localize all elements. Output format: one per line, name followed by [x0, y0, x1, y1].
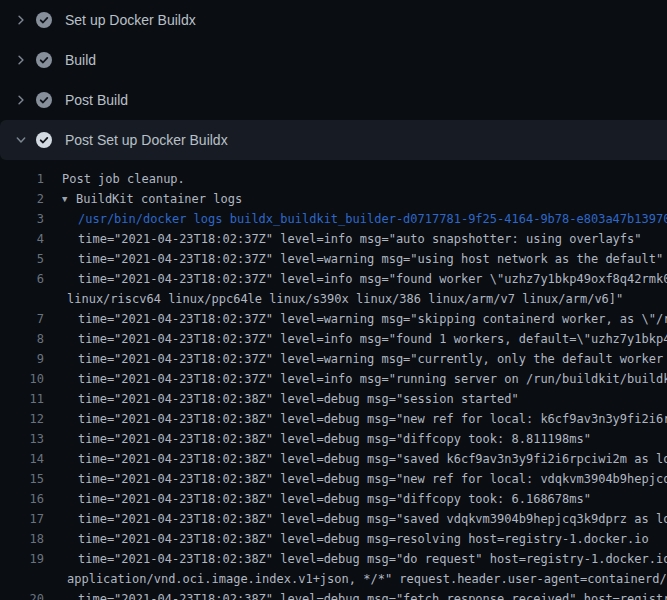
- log-line-number[interactable]: 15: [0, 469, 44, 489]
- triangle-down-icon[interactable]: ▼: [62, 189, 76, 209]
- log-line-text: Post job cleanup.: [62, 169, 185, 189]
- log-line-text: time="2021-04-23T18:02:38Z" level=debug …: [62, 469, 667, 489]
- log-line-number[interactable]: 13: [0, 429, 44, 449]
- log-line-text: time="2021-04-23T18:02:37Z" level=warnin…: [62, 309, 667, 329]
- log-line: 14time="2021-04-23T18:02:38Z" level=debu…: [0, 449, 667, 469]
- log-line: 18time="2021-04-23T18:02:38Z" level=debu…: [0, 529, 667, 549]
- log-line-text: time="2021-04-23T18:02:38Z" level=debug …: [62, 429, 591, 449]
- log-group-label: BuildKit container logs: [76, 192, 242, 206]
- step-header[interactable]: Post Set up Docker Buildx: [0, 120, 667, 160]
- log-line-text: time="2021-04-23T18:02:37Z" level=info m…: [62, 329, 667, 349]
- log-line-number[interactable]: 18: [0, 529, 44, 549]
- log-line-number[interactable]: 19: [0, 549, 44, 569]
- log-group-header[interactable]: ▼BuildKit container logs: [62, 189, 242, 209]
- chevron-right-icon[interactable]: [13, 52, 29, 68]
- log-line: 1Post job cleanup.: [0, 169, 667, 189]
- log-line: application/vnd.oci.image.index.v1+json,…: [0, 569, 667, 589]
- log-line: 8time="2021-04-23T18:02:37Z" level=info …: [0, 329, 667, 349]
- chevron-right-icon[interactable]: [13, 12, 29, 28]
- check-circle-icon: [36, 52, 52, 68]
- step-list: Set up Docker Buildx Build Post Build: [0, 0, 667, 160]
- log-line-number[interactable]: 11: [0, 389, 44, 409]
- log-line-number: [0, 569, 44, 589]
- step-header[interactable]: Build: [0, 40, 667, 80]
- log-line: 2▼BuildKit container logs: [0, 189, 667, 209]
- log-line: 10time="2021-04-23T18:02:37Z" level=info…: [0, 369, 667, 389]
- actions-log-panel: Set up Docker Buildx Build Post Build: [0, 0, 667, 600]
- step-header[interactable]: Post Build: [0, 80, 667, 120]
- log-line-text: time="2021-04-23T18:02:37Z" level=info m…: [62, 369, 667, 389]
- log-line-number[interactable]: 16: [0, 489, 44, 509]
- chevron-right-icon[interactable]: [13, 92, 29, 108]
- log-line: 4time="2021-04-23T18:02:37Z" level=info …: [0, 229, 667, 249]
- step-header[interactable]: Set up Docker Buildx: [0, 0, 667, 40]
- log-line: 3/usr/bin/docker logs buildx_buildkit_bu…: [0, 209, 667, 229]
- log-line-number[interactable]: 3: [0, 209, 44, 229]
- log-line: 9time="2021-04-23T18:02:37Z" level=warni…: [0, 349, 667, 369]
- log-line-number[interactable]: 14: [0, 449, 44, 469]
- log-line: 16time="2021-04-23T18:02:38Z" level=debu…: [0, 489, 667, 509]
- log-line: 19time="2021-04-23T18:02:38Z" level=debu…: [0, 549, 667, 569]
- log-line: 6time="2021-04-23T18:02:37Z" level=info …: [0, 269, 667, 289]
- log-line: linux/riscv64 linux/ppc64le linux/s390x …: [0, 289, 667, 309]
- log-line: 20time="2021-04-23T18:02:38Z" level=debu…: [0, 589, 667, 600]
- step-label: Post Set up Docker Buildx: [65, 130, 228, 150]
- log-line-text: time="2021-04-23T18:02:38Z" level=debug …: [62, 549, 667, 569]
- step-label: Post Build: [65, 90, 128, 110]
- log-line-number[interactable]: 9: [0, 349, 44, 369]
- log-line-number[interactable]: 1: [0, 169, 44, 189]
- log-line-number[interactable]: 2: [0, 189, 44, 209]
- log-line-text: time="2021-04-23T18:02:37Z" level=info m…: [62, 269, 667, 289]
- log-line-text: time="2021-04-23T18:02:37Z" level=info m…: [62, 229, 642, 249]
- log-line-number[interactable]: 8: [0, 329, 44, 349]
- log-line-number[interactable]: 5: [0, 249, 44, 269]
- log-line-text: time="2021-04-23T18:02:38Z" level=debug …: [62, 409, 667, 429]
- log-line: 11time="2021-04-23T18:02:38Z" level=debu…: [0, 389, 667, 409]
- check-circle-icon: [36, 12, 52, 28]
- log-line: 7time="2021-04-23T18:02:37Z" level=warni…: [0, 309, 667, 329]
- check-circle-icon: [36, 132, 52, 148]
- log-line-text: time="2021-04-23T18:02:38Z" level=debug …: [62, 449, 667, 469]
- log-line-text: time="2021-04-23T18:02:37Z" level=warnin…: [62, 349, 667, 369]
- log-line-text: time="2021-04-23T18:02:38Z" level=debug …: [62, 489, 591, 509]
- log-line-number[interactable]: 17: [0, 509, 44, 529]
- chevron-down-icon[interactable]: [13, 132, 29, 148]
- log-line: 12time="2021-04-23T18:02:38Z" level=debu…: [0, 409, 667, 429]
- log-line-text: linux/riscv64 linux/ppc64le linux/s390x …: [62, 289, 623, 309]
- log-line-number[interactable]: 10: [0, 369, 44, 389]
- log-line-number: [0, 289, 44, 309]
- log-line: 15time="2021-04-23T18:02:38Z" level=debu…: [0, 469, 667, 489]
- log-line: 17time="2021-04-23T18:02:38Z" level=debu…: [0, 509, 667, 529]
- log-line-number[interactable]: 12: [0, 409, 44, 429]
- log-line: 5time="2021-04-23T18:02:37Z" level=warni…: [0, 249, 667, 269]
- log-line-text: time="2021-04-23T18:02:38Z" level=debug …: [62, 509, 667, 529]
- log-line: 13time="2021-04-23T18:02:38Z" level=debu…: [0, 429, 667, 449]
- log-line-text: time="2021-04-23T18:02:38Z" level=debug …: [62, 529, 649, 549]
- log-line-number[interactable]: 6: [0, 269, 44, 289]
- log-line-text: application/vnd.oci.image.index.v1+json,…: [62, 569, 667, 589]
- log-line-number[interactable]: 7: [0, 309, 44, 329]
- log-line-text: time="2021-04-23T18:02:38Z" level=debug …: [62, 589, 667, 600]
- log-line-number[interactable]: 4: [0, 229, 44, 249]
- log-scroll-area[interactable]: 1Post job cleanup.2▼BuildKit container l…: [0, 160, 667, 600]
- step-label: Set up Docker Buildx: [65, 10, 196, 30]
- log-line-text: time="2021-04-23T18:02:38Z" level=debug …: [62, 389, 519, 409]
- log-line-number[interactable]: 20: [0, 589, 44, 600]
- step-label: Build: [65, 50, 96, 70]
- log-line-text: time="2021-04-23T18:02:37Z" level=warnin…: [62, 249, 663, 269]
- check-circle-icon: [36, 92, 52, 108]
- log-command-text: /usr/bin/docker logs buildx_buildkit_bui…: [62, 209, 667, 229]
